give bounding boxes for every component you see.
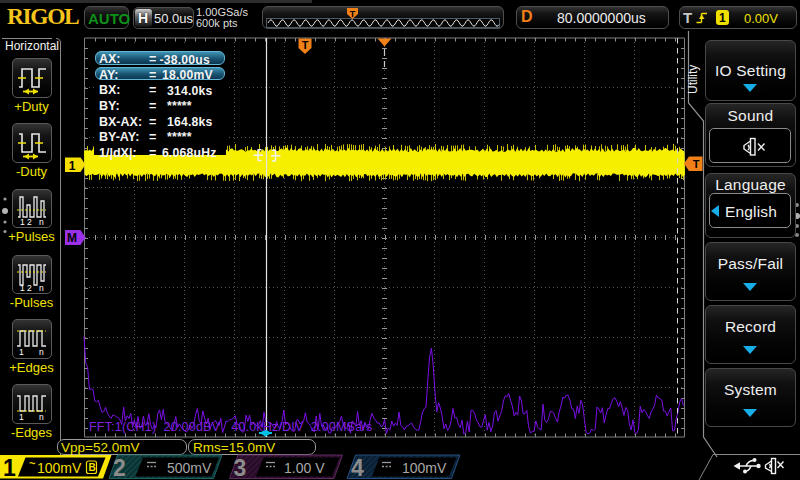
svg-text:Utility: Utility — [686, 65, 700, 94]
svg-text:1: 1 — [3, 455, 16, 480]
svg-text:100mV: 100mV — [37, 460, 82, 476]
svg-text:T: T — [302, 39, 309, 51]
svg-text:100mV: 100mV — [402, 460, 447, 476]
svg-text:~: ~ — [29, 457, 36, 469]
svg-text:M: M — [67, 231, 77, 245]
svg-text:500mV: 500mV — [167, 460, 212, 476]
svg-text:3: 3 — [234, 455, 247, 480]
svg-text:B: B — [89, 462, 96, 473]
svg-text:T: T — [350, 9, 356, 19]
svg-text:1: 1 — [69, 159, 76, 173]
svg-text:2: 2 — [113, 455, 126, 480]
svg-text:1.00 V: 1.00 V — [284, 460, 325, 476]
svg-text:4: 4 — [351, 455, 364, 480]
